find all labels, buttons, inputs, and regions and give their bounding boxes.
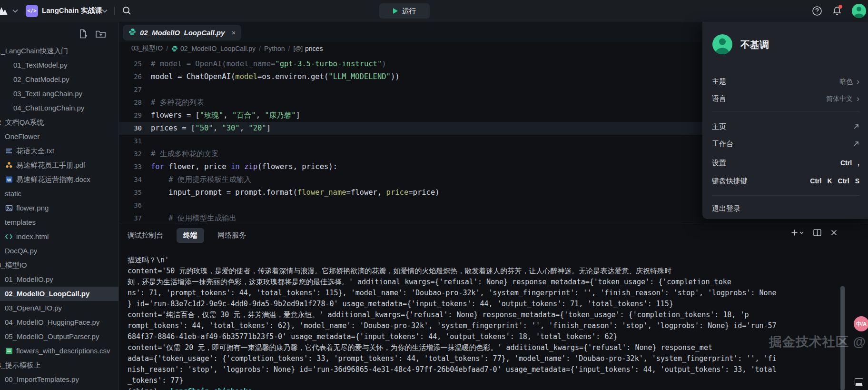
tree-folder[interactable]: templates: [0, 215, 119, 230]
tree-file[interactable]: 02_ModelIO_LoopCall.py: [0, 287, 119, 301]
tree-file[interactable]: flowers_with_descriptions.csv: [0, 344, 119, 358]
tree-file[interactable]: DocQA.py: [0, 244, 119, 258]
close-panel-icon[interactable]: [831, 230, 837, 236]
code-token: ]: [296, 111, 300, 120]
tree-file[interactable]: 04_ChatLongChain.py: [0, 101, 119, 115]
ime-badge[interactable]: 中/A: [854, 316, 868, 331]
tree-folder[interactable]: static: [0, 187, 119, 201]
line-number: 31: [119, 135, 142, 148]
user-avatar[interactable]: [852, 4, 866, 18]
tree-file[interactable]: 03_TextLangChain.py: [0, 87, 119, 101]
tab-close-icon[interactable]: ×: [231, 29, 236, 36]
breadcrumb-item[interactable]: [@]prices: [293, 45, 323, 52]
tree-file[interactable]: 花语大全.txt: [0, 144, 119, 158]
tree-item-label: 03_TextLangChain.py: [13, 87, 82, 101]
breadcrumb-item[interactable]: Python: [264, 45, 285, 52]
tree-item-label: 04_ChatLongChain.py: [13, 101, 84, 115]
app-logo-icon[interactable]: [0, 5, 9, 19]
tree-folder[interactable]: OneFlower: [0, 130, 119, 144]
symbol-variable-icon: [@]: [293, 45, 303, 52]
tree-file[interactable]: flower.png: [0, 201, 119, 215]
tree-item-label: static: [5, 187, 21, 201]
tree-file[interactable]: index.html: [0, 230, 119, 244]
split-panel-icon[interactable]: [813, 229, 821, 236]
menu-item[interactable]: 工作台: [712, 136, 859, 152]
menu-item-label: 键盘快捷键: [712, 173, 804, 189]
menu-item[interactable]: 主页: [712, 119, 859, 135]
line-number: 33: [119, 160, 142, 173]
shortcut-key: K: [827, 173, 832, 189]
new-file-icon[interactable]: [78, 29, 89, 39]
tree-file[interactable]: W易速鲜花运营指南.docx: [0, 172, 119, 187]
code-token: "康乃馨": [265, 111, 296, 120]
plus-icon: [791, 229, 798, 236]
menu-item-label: 退出登录: [712, 200, 859, 217]
code-token: "20": [248, 124, 266, 132]
tree-file[interactable]: 02_ChatModel.py: [0, 72, 119, 87]
code-token: "玫瑰": [200, 111, 224, 120]
code-token: model = ChatOpenAI(: [151, 72, 235, 81]
tab-02-modelio-loopcall[interactable]: 02_ModelIO_LoopCall.py ×: [123, 25, 241, 40]
tree-file[interactable]: 01_ModelIO.py: [0, 272, 119, 287]
code-line-content: # 使用模型生成输出: [151, 212, 237, 223]
breadcrumb-label: prices: [305, 45, 323, 52]
new-folder-icon[interactable]: [95, 29, 107, 39]
top-bar: </> LangChain 实战课 运行: [0, 0, 868, 22]
code-token: model: [235, 72, 257, 81]
shortcut-key: S: [855, 173, 859, 189]
project-dropdown-chevron-icon[interactable]: [102, 9, 108, 13]
code-line-content: model = ChatOpenAI(model=os.environ.get(…: [151, 70, 400, 83]
tree-folder[interactable]: 3_模型IO: [0, 258, 119, 272]
line-number: 32: [119, 148, 142, 160]
code-token: ,: [223, 111, 232, 120]
watermark: 掘金技术社区 @ 不基调: [769, 333, 868, 350]
tree-file[interactable]: 01_TextModel.py: [0, 58, 119, 72]
menu-item[interactable]: 退出登录: [712, 200, 859, 217]
chevron-right-icon: ›: [857, 77, 859, 86]
panel-tab[interactable]: 终端: [177, 228, 204, 243]
menu-divider: [712, 111, 859, 111]
tree-item-label: flowers_with_descriptions.csv: [16, 344, 110, 358]
menu-item-label: 主页: [712, 119, 853, 135]
tree-item-label: 00_ImportTemplates.py: [5, 372, 79, 387]
tree-folder[interactable]: 4_提示模板上: [0, 358, 119, 372]
menu-item[interactable]: 键盘快捷键CtrlKCtrlS: [712, 173, 859, 189]
tree-file[interactable]: 03_OpenAI_IO.py: [0, 301, 119, 315]
menu-item[interactable]: 语言简体中文›: [712, 90, 859, 107]
tree-file[interactable]: 易速鲜花员工手册.pdf: [0, 158, 119, 172]
menu-item-label: 设置: [712, 155, 835, 171]
line-number: 34: [119, 173, 142, 186]
code-token: (flowers, prices):: [257, 162, 337, 171]
code-token: flower, price: [164, 162, 231, 171]
code-token: "30": [222, 124, 239, 132]
breadcrumb-item[interactable]: 03_模型IO: [131, 44, 163, 53]
tree-file[interactable]: 04_ModelIO_HuggingFace.py: [0, 315, 119, 330]
menu-item[interactable]: 设置Ctrl,: [712, 155, 859, 171]
panel-tab[interactable]: 调试控制台: [128, 231, 163, 240]
terminal-line: 描述吗？\n': [128, 255, 794, 266]
terminal-output[interactable]: 描述吗？\n'content='50 元的玫瑰，是爱的使者，传递着深情与浪漫。它…: [128, 255, 794, 390]
run-button[interactable]: 运行: [379, 3, 430, 19]
tree-file[interactable]: 00_ImportTemplates.py: [0, 372, 119, 387]
help-icon[interactable]: [812, 6, 822, 16]
run-button-label: 运行: [402, 7, 416, 16]
new-terminal-button[interactable]: [791, 229, 804, 236]
search-icon[interactable]: [122, 6, 132, 16]
tree-file[interactable]: 05_ModelIO_OutputParser.py: [0, 330, 119, 344]
code-token: ]: [266, 124, 271, 132]
tree-folder[interactable]: 1_LangChain快速入门: [0, 44, 119, 58]
tree-item-label: 02_ChatModel.py: [13, 72, 69, 87]
user-menu-popup: 不基调 主题暗色›语言简体中文›主页 工作台 设置Ctrl,键盘快捷键CtrlK…: [702, 22, 868, 219]
prompt-token: LangChain_chinbooks: [166, 387, 252, 390]
tree-folder[interactable]: 2_文档QA系统: [0, 115, 119, 130]
breadcrumb-item[interactable]: 02_ModelIO_LoopCall.py: [171, 45, 256, 52]
terminal-line: 刻，还是为生活增添一抹亮丽的色彩，这束玫瑰都将是您的最佳选择。' additio…: [128, 277, 794, 288]
line-number: 36: [119, 199, 142, 212]
menu-item[interactable]: 主题暗色›: [712, 73, 859, 90]
panel-tab[interactable]: 网络服务: [217, 231, 246, 240]
tree-item-label: 2_文档QA系统: [0, 115, 44, 130]
workspace-switch-chevron-icon[interactable]: [12, 9, 18, 13]
toggle-panel-icon[interactable]: [855, 378, 863, 386]
code-token: ,: [213, 124, 222, 132]
terminal-line: content='仅需 20 元，即可拥有一束温馨的康乃馨，它代表着无尽的爱与关…: [128, 342, 794, 353]
